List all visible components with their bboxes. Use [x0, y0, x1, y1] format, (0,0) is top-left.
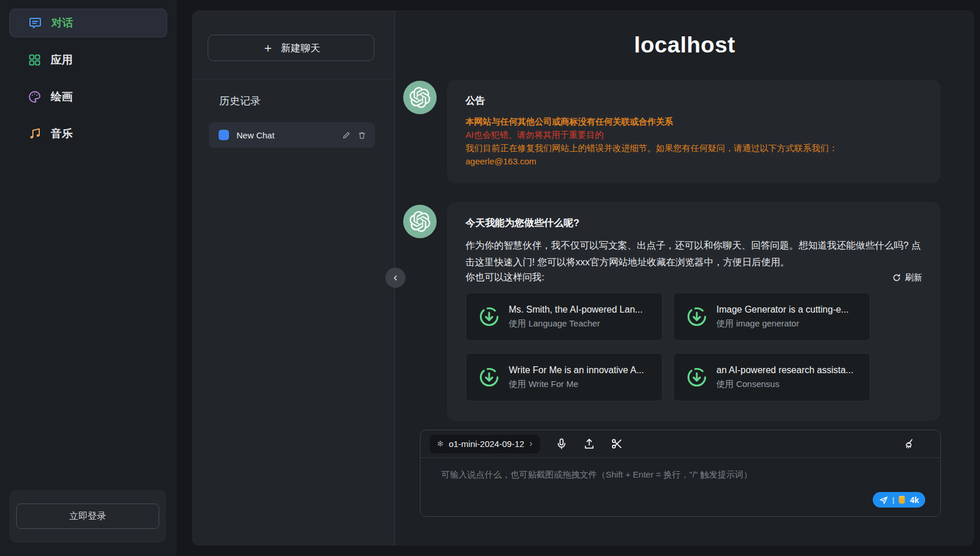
chat-bubble-icon	[28, 16, 42, 30]
announcement-line: 我们目前正在修复我们网站上的错误并改进细节。如果您有任何疑问，请通过以下方式联系…	[465, 141, 922, 155]
token-count: 4k	[910, 495, 919, 505]
composer-toolbar: ✻ o1-mini-2024-09-12 ›	[420, 430, 940, 458]
suggestion-subtitle: 使用 Write For Me	[509, 379, 644, 390]
model-name: o1-mini-2024-09-12	[449, 439, 524, 449]
download-circle-icon	[686, 366, 708, 388]
greeting-message: 今天我能为您做些什么呢? 作为你的智慧伙伴，我不仅可以写文案、出点子，还可以和你…	[447, 202, 941, 421]
suggestion-grid: Ms. Smith, the AI-powered Lan... 使用 Lang…	[465, 292, 870, 401]
suggestion-card[interactable]: an AI-powered research assista... 使用 Con…	[673, 353, 870, 401]
assistant-avatar	[403, 81, 437, 114]
sidebar-item-label: 绘画	[51, 89, 73, 104]
new-chat-label: 新建聊天	[281, 42, 320, 55]
new-chat-button[interactable]: ＋ 新建聊天	[208, 35, 374, 61]
suggestion-card[interactable]: Write For Me is an innovative A... 使用 Wr…	[465, 353, 663, 401]
refresh-label: 刷新	[905, 272, 922, 283]
refresh-icon	[892, 273, 901, 282]
sidebar-item-chat[interactable]: 对话	[9, 9, 167, 37]
download-circle-icon	[686, 306, 708, 328]
sparkle-icon: ✻	[437, 439, 444, 448]
composer: ✻ o1-mini-2024-09-12 ›	[420, 430, 941, 517]
suggestion-subtitle: 使用 Language Teacher	[509, 318, 643, 329]
upload-icon[interactable]	[583, 438, 595, 450]
palette-icon	[28, 90, 42, 104]
announcement-email[interactable]: ageerle@163.com	[465, 155, 922, 168]
suggestion-card[interactable]: Ms. Smith, the AI-powered Lan... 使用 Lang…	[465, 292, 663, 341]
page-title: localhost	[395, 32, 974, 58]
suggestion-subtitle: 使用 Consensus	[716, 379, 853, 390]
announcement-message: 公告 本网站与任何其他公司或商标没有任何关联或合作关系 AI也会犯错。请勿将其用…	[447, 80, 941, 183]
history-title: 历史记录	[219, 94, 261, 108]
chat-color-swatch-icon	[219, 130, 229, 140]
collapse-panel-button[interactable]: ‹	[385, 268, 405, 288]
plus-icon: ＋	[262, 40, 274, 56]
chat-list-panel: ＋ 新建聊天 历史记录 New Chat	[192, 10, 395, 546]
login-button[interactable]: 立即登录	[16, 504, 159, 529]
sidebar-item-music[interactable]: 音乐	[9, 119, 167, 148]
announcement-title: 公告	[465, 94, 922, 107]
music-note-icon	[28, 127, 42, 141]
delete-trash-icon[interactable]	[358, 131, 366, 140]
greeting-body: 作为你的智慧伙伴，我不仅可以写文案、出点子，还可以和你聊天、回答问题。想知道我还…	[465, 237, 922, 271]
badge-divider: |	[892, 495, 894, 504]
login-card: 立即登录	[9, 490, 166, 543]
suggestion-card[interactable]: Image Generator is a cutting-e... 使用 ima…	[673, 292, 870, 341]
greeting-title: 今天我能为您做些什么呢?	[465, 216, 922, 230]
sidebar-item-label: 对话	[51, 16, 73, 31]
sidebar-item-label: 音乐	[51, 126, 73, 141]
assistant-avatar	[403, 205, 437, 238]
announcement-line: 本网站与任何其他公司或商标没有任何关联或合作关系	[465, 115, 922, 128]
suggestion-title: an AI-powered research assista...	[716, 365, 853, 375]
sidebar-item-apps[interactable]: 应用	[9, 46, 167, 74]
coins-icon	[898, 495, 906, 504]
broom-clear-icon[interactable]	[902, 438, 915, 450]
apps-grid-icon	[28, 53, 42, 67]
sidebar: 对话 应用 绘画 音乐	[0, 0, 177, 556]
download-circle-icon	[478, 306, 500, 328]
suggestion-subtitle: 使用 image generator	[716, 318, 848, 329]
suggestion-title: Write For Me is an innovative A...	[509, 365, 644, 375]
sidebar-item-drawing[interactable]: 绘画	[9, 82, 167, 111]
openai-logo-icon	[410, 87, 430, 108]
announcement-line: AI也会犯错。请勿将其用于重要目的	[465, 128, 922, 141]
suggestion-title: Ms. Smith, the AI-powered Lan...	[509, 305, 643, 315]
edit-pencil-icon[interactable]	[342, 131, 351, 140]
refresh-button[interactable]: 刷新	[892, 272, 922, 283]
suggestion-title: Image Generator is a cutting-e...	[716, 305, 848, 315]
chat-history-item[interactable]: New Chat	[209, 122, 375, 148]
token-badge[interactable]: | 4k	[873, 492, 925, 508]
chevron-left-icon: ‹	[393, 271, 397, 284]
send-plane-icon	[879, 495, 888, 505]
openai-logo-icon	[410, 211, 430, 232]
main-container: ＋ 新建聊天 历史记录 New Chat ‹	[192, 10, 974, 546]
message-input[interactable]	[434, 464, 928, 498]
ask-label: 你也可以这样问我:	[465, 271, 545, 284]
sidebar-item-label: 应用	[51, 52, 73, 67]
chevron-right-icon: ›	[530, 438, 532, 449]
model-selector[interactable]: ✻ o1-mini-2024-09-12 ›	[430, 435, 540, 453]
microphone-icon[interactable]	[555, 438, 568, 450]
scissors-icon[interactable]	[611, 438, 623, 450]
chat-item-title: New Chat	[236, 130, 342, 140]
divider	[192, 79, 395, 80]
download-circle-icon	[478, 366, 500, 388]
